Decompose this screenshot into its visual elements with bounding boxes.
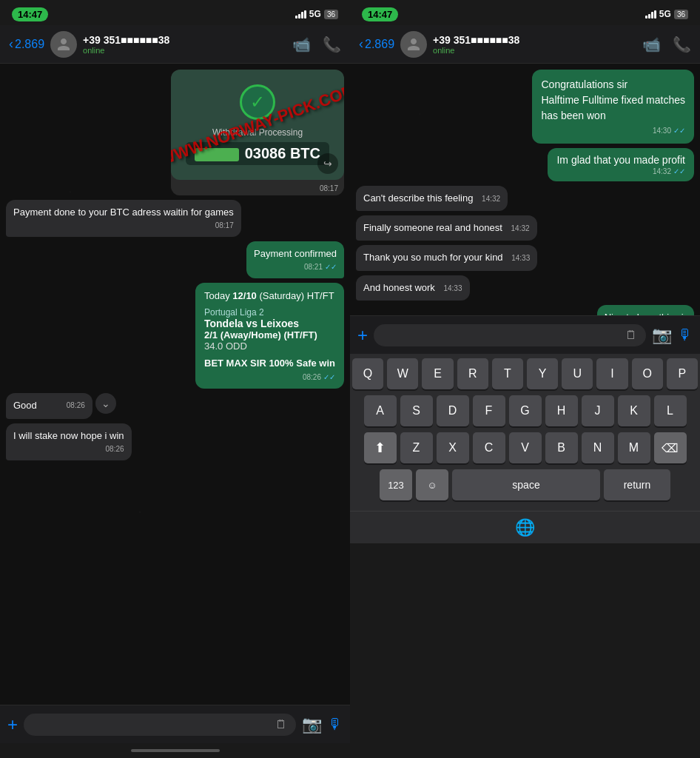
payment-confirmed-text: Payment confirmed — [254, 248, 337, 259]
space-key[interactable]: space — [452, 469, 600, 500]
key-c[interactable]: C — [473, 432, 505, 463]
key-t[interactable]: T — [492, 358, 523, 389]
congrats-text: Congratulations sirHalftime Fulltime fix… — [541, 78, 685, 121]
stake-time: 08:26 — [106, 444, 124, 455]
left-chat-area: ✓ Withdrawal Processing 03086 BTC WWW.NO… — [0, 64, 350, 705]
right-chevron-icon: ‹ — [359, 36, 363, 52]
right-sticker-icon[interactable]: 🗒 — [625, 329, 637, 342]
stake-text: I will stake now hope i win — [13, 430, 124, 441]
right-camera-icon[interactable]: 📷 — [652, 326, 672, 345]
congrats-check-icon: ✓✓ — [673, 125, 685, 136]
video-call-icon[interactable]: 📹 — [292, 36, 311, 53]
message-row-finally: Finally someone real and honest 14:32 — [356, 215, 694, 241]
message-row-thankyou: Thank you so much for your kind 14:33 — [356, 245, 694, 270]
left-mic-icon[interactable]: 🎙 — [328, 716, 343, 733]
key-n[interactable]: N — [582, 432, 614, 463]
return-key[interactable]: return — [604, 469, 670, 500]
finally-text: Finally someone real and honest — [363, 222, 502, 233]
finally-time: 14:32 — [511, 224, 530, 232]
key-e[interactable]: E — [422, 358, 453, 389]
match-bet: BET MAX SIR 100% Safe win — [204, 358, 335, 369]
right-contact-info[interactable]: +39 351■■■■■■38 online — [400, 31, 642, 58]
withdrawal-label: Withdrawal Processing — [186, 127, 329, 138]
key-o[interactable]: O — [632, 358, 663, 389]
numbers-key[interactable]: 123 — [380, 469, 412, 500]
left-avatar — [50, 31, 77, 58]
forward-button[interactable]: ↪ — [317, 153, 338, 174]
message-row-glad: Im glad that you made profit 14:32 ✓✓ — [356, 148, 694, 181]
key-a[interactable]: A — [364, 395, 397, 426]
double-check-icon: ✓✓ — [325, 262, 337, 272]
right-back-count: 2.869 — [365, 38, 394, 51]
sticker-icon[interactable]: 🗒 — [275, 718, 287, 731]
right-video-call-icon[interactable]: 📹 — [642, 36, 661, 53]
emoji-key[interactable]: ☺ — [416, 469, 448, 500]
key-l[interactable]: L — [654, 395, 687, 426]
delete-key[interactable]: ⌫ — [654, 432, 687, 463]
right-input-wrapper[interactable]: 🗒 — [374, 324, 646, 346]
right-back-button[interactable]: ‹ 2.869 — [359, 36, 394, 52]
left-input-field[interactable] — [33, 719, 269, 731]
left-home-indicator — [0, 743, 350, 758]
globe-icon[interactable]: 🌐 — [515, 518, 535, 537]
key-h[interactable]: H — [545, 395, 578, 426]
key-v[interactable]: V — [509, 432, 542, 463]
check-circle-icon: ✓ — [240, 84, 275, 120]
glad-bubble: Im glad that you made profit 14:32 ✓✓ — [548, 148, 694, 181]
key-u[interactable]: U — [562, 358, 593, 389]
key-f[interactable]: F — [473, 395, 505, 426]
scroll-down-icon[interactable]: ⌄ — [95, 393, 116, 414]
left-back-button[interactable]: ‹ 2.869 — [9, 36, 44, 52]
left-status-icons: 5G 36 — [295, 9, 338, 19]
cant-describe-time: 14:32 — [482, 195, 500, 203]
key-s[interactable]: S — [400, 395, 433, 426]
key-r[interactable]: R — [457, 358, 488, 389]
key-y[interactable]: Y — [527, 358, 558, 389]
key-p[interactable]: P — [667, 358, 698, 389]
message-row-honest-work: And honest work 14:33 — [356, 275, 694, 301]
battery-badge: 36 — [324, 10, 338, 19]
match-time: 08:26 — [303, 373, 321, 381]
left-contact-info[interactable]: +39 351■■■■■■38 online — [50, 31, 292, 58]
left-back-count: 2.869 — [15, 38, 44, 51]
message-row-congrats: Congratulations sirHalftime Fulltime fix… — [356, 70, 694, 144]
right-status-icons: 5G 36 — [645, 9, 688, 19]
network-label: 5G — [309, 9, 321, 19]
left-status-time: 14:47 — [12, 7, 48, 21]
key-i[interactable]: I — [596, 358, 627, 389]
key-d[interactable]: D — [437, 395, 469, 426]
cant-describe-text: Can't describe this feeling — [363, 192, 473, 204]
right-contact-name-area: +39 351■■■■■■38 online — [433, 34, 519, 55]
honest-work-text: And honest work — [363, 282, 435, 293]
left-input-wrapper[interactable]: 🗒 — [24, 714, 296, 736]
key-z[interactable]: Z — [400, 432, 433, 463]
key-q[interactable]: Q — [352, 358, 383, 389]
message-row-payment-done: Payment done to your BTC adress waitin f… — [6, 200, 344, 237]
key-b[interactable]: B — [545, 432, 578, 463]
voice-call-icon[interactable]: 📞 — [323, 36, 341, 53]
left-camera-icon[interactable]: 📷 — [302, 715, 322, 734]
right-voice-call-icon[interactable]: 📞 — [673, 36, 691, 53]
key-w[interactable]: W — [387, 358, 418, 389]
left-plus-icon[interactable]: + — [7, 714, 18, 735]
right-input-field[interactable] — [383, 329, 619, 341]
right-avatar — [400, 31, 427, 58]
match-result: 2/1 (Away/Home) (HT/FT) — [204, 329, 335, 341]
key-g[interactable]: G — [509, 395, 542, 426]
key-x[interactable]: X — [437, 432, 469, 463]
stake-bubble: I will stake now hope i win 08:26 — [6, 423, 132, 460]
key-j[interactable]: J — [582, 395, 614, 426]
cant-describe-bubble: Can't describe this feeling 14:32 — [356, 186, 508, 211]
right-chat-area: Congratulations sirHalftime Fulltime fix… — [350, 64, 700, 315]
withdrawal-card: ✓ Withdrawal Processing 03086 BTC WWW.NO… — [171, 70, 344, 180]
key-k[interactable]: K — [618, 395, 650, 426]
nice-hear-bubble: Nice to hear this sir 14:34 ✓✓ — [597, 305, 694, 315]
left-contact-status: online — [83, 46, 169, 55]
right-plus-icon[interactable]: + — [357, 325, 368, 346]
shift-key[interactable]: ⬆ — [364, 432, 397, 463]
message-row-match: Today 12/10 (Saturday) HT/FT Portugal Li… — [6, 283, 344, 389]
payment-done-time: 08:17 — [215, 221, 234, 231]
message-row-withdrawal: ✓ Withdrawal Processing 03086 BTC WWW.NO… — [6, 70, 344, 195]
right-mic-icon[interactable]: 🎙 — [678, 326, 693, 343]
key-m[interactable]: M — [618, 432, 650, 463]
